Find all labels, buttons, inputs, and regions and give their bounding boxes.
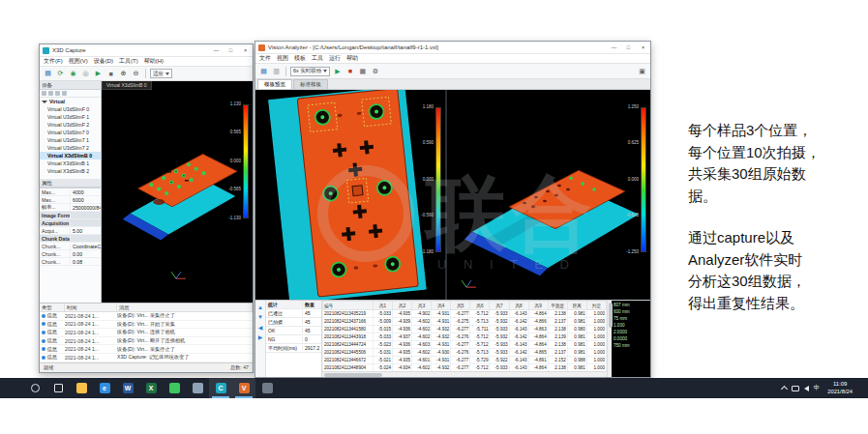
log-row[interactable]: 信息2021-08-24 1...X3D Capture: 记忆体环境改变了 <box>40 354 253 362</box>
viewport-tab[interactable]: Virtual X3dSlimB 0 <box>102 81 152 90</box>
grid-button[interactable]: ▦ <box>357 66 368 76</box>
device-toolbar-icon[interactable] <box>42 91 46 96</box>
connect-camera-button[interactable]: ◉ <box>68 69 78 79</box>
log-row[interactable]: 信息2021-08-24 1...设备(D): Virt... 采集停止了 <box>40 345 253 354</box>
page-last-button[interactable]: ▶ <box>256 333 264 340</box>
result-row[interactable]: 20210824113441580-5.015-4.936-4.602-4.93… <box>323 326 607 333</box>
vertical-scrollbar[interactable] <box>607 301 612 377</box>
analyzer-menu-item-4[interactable]: 工具 <box>312 54 323 63</box>
play-button[interactable]: ▶ <box>332 66 343 76</box>
analyzer-menu-item-3[interactable]: 模板 <box>294 54 306 63</box>
stop-acquisition-button[interactable]: ■ <box>105 69 116 79</box>
x3d-capture-taskbar-button[interactable]: C <box>209 378 232 398</box>
wechat-button[interactable] <box>163 378 186 398</box>
property-row[interactable]: Acqui...5.00 <box>40 227 101 235</box>
page-first-button[interactable]: ◀ <box>256 323 264 331</box>
settings-button[interactable]: ⚙ <box>370 66 380 76</box>
device-tree-item[interactable]: Virtual U3dSlim7 0 <box>40 129 101 136</box>
network-icon[interactable] <box>792 386 799 391</box>
analyzer-3d-view-iso[interactable]: 1.2500.6250.000-0.625-1.250 <box>447 90 650 300</box>
device-tree-item[interactable]: Virtual U3dSlimF 2 <box>40 121 101 129</box>
camera-settings-button[interactable]: ▣ <box>637 66 647 76</box>
scrollbar-thumb[interactable] <box>324 373 382 377</box>
device-tree-item[interactable]: Virtual X3dSlimB 1 <box>40 159 101 167</box>
result-row[interactable]: 20210824113443918-5.033-4.937-4.602-4.93… <box>323 333 607 341</box>
maximize-button[interactable]: □ <box>224 44 238 56</box>
minimize-button[interactable]: — <box>209 44 224 56</box>
tray-overflow-chevron-icon[interactable] <box>781 386 788 392</box>
capture-menu-item-3[interactable]: 设备(D) <box>94 57 113 66</box>
device-toolbar-icon[interactable] <box>55 91 60 96</box>
refresh-button[interactable]: ⟳ <box>55 69 66 79</box>
ime-indicator[interactable]: 中 <box>814 384 821 392</box>
device-tree-item[interactable]: Virtual X3dSlimB 2 <box>40 167 101 175</box>
row-down-button[interactable]: ▼ <box>256 313 264 321</box>
result-row[interactable]: 20210824113446672-5.021-4.935-4.601-4.93… <box>323 357 607 364</box>
volume-icon[interactable] <box>804 386 809 391</box>
analyzer-menu-item-5[interactable]: 运行 <box>329 54 341 63</box>
capture-menu-item-2[interactable]: 视图(V) <box>69 57 88 66</box>
property-row[interactable]: Max...6000 <box>40 196 101 204</box>
log-row[interactable]: 信息2021-08-24 1...设备(D): Virt... 采集停止了 <box>40 312 253 321</box>
device-tree-item[interactable]: Virtual X3dSlimB 0 <box>40 152 101 159</box>
device-tree-item[interactable]: Virtual U3dSlim7 1 <box>40 136 101 144</box>
property-group-row[interactable]: Acquisition Control <box>40 219 101 227</box>
device-tree-root[interactable]: Virtual <box>40 98 101 105</box>
result-row[interactable]: 20210824113445506-5.031-4.935-4.602-4.93… <box>323 349 607 357</box>
start-acquisition-button[interactable]: ▶ <box>93 69 104 79</box>
horizontal-scrollbar[interactable] <box>322 371 607 377</box>
close-button[interactable]: × <box>238 44 253 56</box>
result-row[interactable]: 20210824113448904-5.024-4.934-4.602-4.93… <box>323 364 607 372</box>
analyzer-tab-1[interactable]: 模板预览 <box>257 79 292 89</box>
capture-menu-item-4[interactable]: 工具(T) <box>119 57 138 66</box>
task-view-button[interactable] <box>46 378 70 398</box>
zoom-fit-combobox[interactable]: 适应 <box>150 69 172 78</box>
capture-menu-item-1[interactable]: 文件(F) <box>44 57 63 66</box>
minimize-button[interactable]: — <box>607 42 621 53</box>
taskbar-clock[interactable]: 11:09 2021/8/24 <box>824 381 855 394</box>
search-button[interactable] <box>23 378 46 398</box>
live-link-combobox[interactable]: 6x 实时联动 <box>290 67 330 76</box>
property-group-row[interactable]: Chunk Data Control <box>40 235 101 243</box>
save-button[interactable]: ▤ <box>43 69 53 79</box>
log-row[interactable]: 信息2021-08-24 1...设备(D): Virt... 开始了采集 <box>40 321 253 330</box>
zoom-out-button[interactable]: ⊖ <box>131 69 141 79</box>
settings-taskbar-button[interactable] <box>255 378 279 398</box>
disconnect-camera-button[interactable]: ◎ <box>80 69 91 79</box>
device-tree-item[interactable]: Virtual U3dSlim7 2 <box>40 144 101 152</box>
log-row[interactable]: 信息2021-08-24 1...设备(D): Virt... 连接了相机 <box>40 329 253 337</box>
row-up-button[interactable]: ▲ <box>256 304 264 311</box>
scrollbar-thumb[interactable] <box>609 303 613 328</box>
stop-button[interactable]: ■ <box>344 66 355 76</box>
log-row[interactable]: 信息2021-08-24 1...设备(D): Virt... 断开了连接相机 <box>40 337 253 346</box>
property-row[interactable]: Chunk...0.08 <box>40 258 101 266</box>
excel-button[interactable]: X <box>139 378 163 398</box>
analyzer-tab-2[interactable]: 标准模板 <box>293 79 328 89</box>
analyzer-iso-scene[interactable] <box>447 90 650 300</box>
device-tree-item[interactable]: Virtual U3dSlimF 1 <box>40 113 101 121</box>
save-button[interactable]: ▤ <box>258 66 269 76</box>
x3d-capture-window[interactable]: X3D Capture — □ × 文件(F)视图(V)设备(D)工具(T)帮助… <box>39 43 254 373</box>
property-group-row[interactable]: Image Format Control <box>40 212 101 219</box>
analyzer-titlebar[interactable]: Vision Analyzer - [C:/Users/Longan/Deskt… <box>255 42 650 54</box>
property-row[interactable]: Chunk...CoordinateC <box>40 243 101 250</box>
vision-analyzer-taskbar-button[interactable]: V <box>232 378 255 398</box>
word-button[interactable]: W <box>116 378 139 398</box>
capture-3d-viewport[interactable]: Virtual X3dSlimB 0 <box>102 81 253 303</box>
device-tree-item[interactable]: Virtual U3dSlimF 0 <box>40 105 101 113</box>
start-button[interactable] <box>0 378 23 398</box>
device-toolbar-icon[interactable] <box>62 91 67 96</box>
file-explorer-button[interactable] <box>70 378 93 398</box>
edge-browser-button[interactable]: e <box>93 378 116 398</box>
result-row[interactable]: 20210824113444724-5.023-4.936-4.603-4.93… <box>323 341 607 349</box>
property-row[interactable]: 帧率...25000000/840 <box>40 204 101 212</box>
analyzer-menu-item-1[interactable]: 文件 <box>259 54 271 63</box>
results-table-container[interactable]: 编号高1高2高3高4高5高6高7高8高9平面度距离判定2021082411343… <box>322 301 607 371</box>
analyzer-menu-item-6[interactable]: 帮助 <box>346 54 358 63</box>
result-row[interactable]: 20210824113435219-5.033-4.935-4.902-4.93… <box>323 310 607 318</box>
capture-menu-item-5[interactable]: 帮助(H) <box>144 57 164 66</box>
analyzer-3d-view-top[interactable]: 1.1800.5900.000-0.590-1.180 <box>255 90 445 300</box>
property-row[interactable]: Max...4000 <box>40 188 101 196</box>
result-row[interactable]: 20210824113437166-5.009-4.939-4.602-4.93… <box>323 318 607 326</box>
maximize-button[interactable]: □ <box>621 42 636 53</box>
